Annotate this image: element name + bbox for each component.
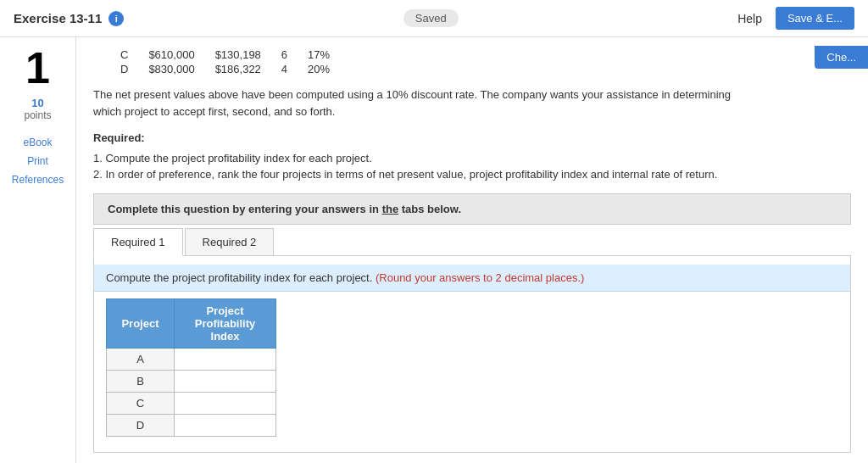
check-btn-wrapper: Che... — [815, 46, 868, 69]
required-item-2: 2. In order of preference, rank the four… — [93, 166, 851, 183]
header: Exercise 13-11 i Saved Help Save & E... — [0, 0, 868, 37]
project-c-investment: $610,000 — [138, 47, 204, 62]
required-heading: Required: — [93, 130, 851, 147]
project-c-npv: $130,198 — [205, 47, 271, 62]
project-d-label-ans: D — [107, 414, 175, 436]
project-c-input[interactable] — [181, 396, 269, 410]
tab-required-2[interactable]: Required 2 — [185, 228, 275, 255]
round-note: (Round your answers to 2 decimal places.… — [376, 271, 584, 284]
col-header-project: Project — [107, 298, 175, 348]
project-d-irr: 20% — [298, 62, 340, 76]
project-c-input-cell[interactable] — [175, 392, 276, 414]
answer-row-b: B — [107, 370, 276, 392]
help-link[interactable]: Help — [737, 12, 762, 25]
ebook-button[interactable]: eBook — [23, 135, 52, 150]
project-b-input-cell[interactable] — [175, 370, 276, 392]
answer-row-c: C — [107, 392, 276, 414]
project-d-npv: $186,322 — [205, 62, 271, 76]
answer-table-header-row: Project ProjectProfitabilityIndex — [107, 298, 276, 348]
project-d-years: 4 — [271, 62, 298, 76]
content-area: C $610,000 $130,198 6 17% D $830,000 $18… — [76, 37, 868, 463]
problem-text: The net present values above have been c… — [93, 86, 851, 120]
instruction-bold: Complete this question by entering your … — [108, 203, 461, 215]
answer-table: Project ProjectProfitabilityIndex A B — [106, 298, 276, 437]
save-exit-button[interactable]: Save & E... — [776, 7, 854, 30]
question-number: 1 — [25, 46, 50, 90]
project-a-input-cell[interactable] — [175, 348, 276, 370]
points-value: 10 — [31, 97, 43, 109]
tab-content: Compute the project profitability index … — [93, 256, 851, 453]
project-data-table: C $610,000 $130,198 6 17% D $830,000 $18… — [110, 47, 340, 76]
check-button[interactable]: Che... — [815, 46, 868, 69]
tab-info-bar: Compute the project profitability index … — [94, 265, 850, 292]
the-highlighted: the — [382, 203, 399, 215]
tab-instruction-text: Compute the project profitability index … — [106, 271, 376, 284]
project-d-label: D — [110, 62, 138, 76]
points-label: points — [24, 109, 51, 121]
main-layout: 1 10 points eBook Print References C $61… — [0, 37, 868, 463]
project-d-input[interactable] — [181, 418, 269, 432]
project-c-label: C — [110, 47, 138, 62]
project-c-years: 6 — [271, 47, 298, 62]
tabs-container: Required 1 Required 2 — [93, 225, 851, 256]
left-panel: 1 10 points eBook Print References — [0, 37, 76, 463]
saved-badge-wrapper: Saved — [403, 12, 459, 25]
exercise-title: Exercise 13-11 — [14, 11, 102, 25]
project-a-input[interactable] — [181, 352, 269, 366]
table-row: D $830,000 $186,322 4 20% — [110, 62, 340, 76]
header-left: Exercise 13-11 i — [14, 11, 124, 26]
project-c-label-ans: C — [107, 392, 175, 414]
problem-line2: which project to accept first, second, a… — [93, 103, 851, 120]
answer-row-a: A — [107, 348, 276, 370]
project-a-label: A — [107, 348, 175, 370]
instruction-box: Complete this question by entering your … — [93, 193, 851, 225]
required-item-1: 1. Compute the project profitability ind… — [93, 150, 851, 167]
project-d-input-cell[interactable] — [175, 414, 276, 436]
problem-line1: The net present values above have been c… — [93, 86, 851, 103]
project-d-investment: $830,000 — [138, 62, 204, 76]
required-section: Required: 1. Compute the project profita… — [93, 130, 851, 183]
references-button[interactable]: References — [12, 172, 64, 187]
info-icon[interactable]: i — [108, 11, 124, 26]
table-row: C $610,000 $130,198 6 17% — [110, 47, 340, 62]
answer-row-d: D — [107, 414, 276, 436]
project-b-label: B — [107, 370, 175, 392]
print-button[interactable]: Print — [27, 153, 48, 169]
tab-required-1[interactable]: Required 1 — [93, 228, 183, 256]
project-c-irr: 17% — [298, 47, 340, 62]
col-header-index: ProjectProfitabilityIndex — [175, 298, 276, 348]
project-b-input[interactable] — [181, 374, 269, 388]
saved-badge: Saved — [403, 9, 459, 27]
answer-table-wrapper: Project ProjectProfitabilityIndex A B — [94, 292, 850, 443]
nav-buttons: eBook Print References — [0, 135, 75, 187]
header-right: Help Save & E... — [737, 7, 854, 30]
